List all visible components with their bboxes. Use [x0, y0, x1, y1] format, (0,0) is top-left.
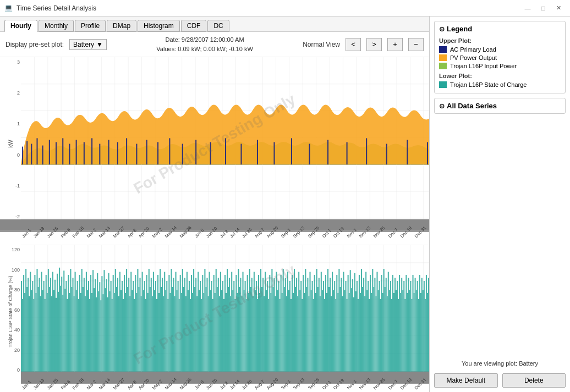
svg-rect-339	[275, 296, 276, 372]
svg-rect-137	[49, 287, 50, 372]
svg-rect-265	[192, 293, 193, 372]
upper-chart: kW 3 2 1 0 -1 -2	[0, 57, 429, 232]
svg-rect-51	[117, 142, 118, 164]
lower-x-axis: Jan 1 Jan 13 Jan 25 Feb 6 Feb 18 Mar 2 M…	[0, 384, 429, 392]
svg-rect-64	[291, 138, 292, 164]
svg-rect-119	[29, 296, 30, 372]
trojan-input-label: Trojan L16P Input Power	[450, 63, 517, 69]
svg-rect-328	[262, 278, 264, 372]
svg-rect-353	[291, 299, 292, 372]
close-button[interactable]: ✕	[551, 2, 566, 14]
svg-rect-194	[113, 275, 114, 372]
tab-histogram[interactable]: Histogram	[138, 20, 180, 32]
svg-rect-357	[295, 287, 296, 372]
svg-rect-373	[313, 299, 314, 372]
zoom-in-button[interactable]: +	[387, 38, 403, 51]
prev-button[interactable]: <	[346, 38, 361, 51]
svg-rect-428	[374, 278, 375, 372]
svg-rect-149	[62, 295, 63, 372]
svg-rect-429	[375, 296, 376, 372]
svg-rect-257	[183, 287, 184, 372]
svg-rect-444	[392, 275, 393, 372]
svg-rect-336	[271, 269, 272, 372]
delete-button[interactable]: Delete	[502, 373, 566, 388]
svg-rect-402	[346, 281, 347, 372]
svg-rect-332	[267, 281, 268, 372]
all-data-header: ⊙ All Data Series	[439, 102, 561, 110]
all-data-section: ⊙ All Data Series	[434, 98, 566, 114]
svg-rect-343	[279, 299, 281, 372]
svg-rect-197	[116, 287, 117, 372]
plot-name-label: Battery	[519, 360, 538, 367]
svg-rect-405	[349, 293, 350, 372]
svg-rect-47	[84, 142, 85, 164]
minimize-button[interactable]: —	[520, 2, 535, 14]
svg-rect-147	[60, 286, 61, 372]
svg-rect-37	[22, 147, 23, 165]
svg-rect-67	[347, 142, 348, 164]
svg-rect-386	[327, 269, 328, 372]
app-icon: 💻	[4, 4, 13, 13]
svg-rect-277	[205, 287, 206, 372]
svg-rect-388	[330, 278, 331, 372]
svg-rect-342	[278, 281, 279, 372]
svg-rect-311	[244, 290, 245, 372]
svg-rect-465	[416, 290, 417, 372]
svg-rect-395	[337, 293, 338, 372]
svg-rect-435	[382, 293, 383, 372]
svg-rect-112	[21, 281, 22, 372]
lower-plot-label: Lower Plot:	[439, 73, 561, 79]
ac-primary-color-swatch	[439, 46, 447, 53]
tab-profile[interactable]: Profile	[75, 20, 106, 32]
svg-rect-202	[122, 281, 123, 372]
svg-rect-274	[202, 275, 203, 372]
svg-rect-70	[407, 140, 408, 164]
svg-rect-148	[61, 277, 62, 372]
svg-rect-292	[222, 281, 223, 372]
tab-hourly[interactable]: Hourly	[4, 20, 37, 32]
svg-rect-454	[403, 281, 404, 372]
svg-rect-323	[257, 299, 258, 372]
svg-rect-471	[423, 290, 424, 372]
svg-rect-237	[161, 287, 162, 372]
svg-rect-272	[200, 281, 201, 372]
tab-monthly[interactable]: Monthly	[39, 20, 74, 32]
next-button[interactable]: >	[366, 38, 382, 51]
tab-cdf[interactable]: CDF	[181, 20, 207, 32]
zoom-out-button[interactable]: −	[408, 38, 424, 51]
svg-rect-58	[195, 140, 196, 164]
svg-rect-40	[36, 138, 37, 164]
svg-rect-370	[309, 272, 310, 372]
svg-rect-467	[418, 299, 419, 372]
svg-rect-455	[404, 299, 405, 372]
preset-dropdown[interactable]: Battery ▼	[69, 39, 107, 50]
make-default-button[interactable]: Make Default	[434, 373, 498, 388]
svg-rect-123	[33, 299, 34, 372]
svg-rect-293	[223, 299, 224, 372]
svg-rect-131	[42, 290, 43, 372]
svg-rect-262	[189, 281, 190, 372]
svg-rect-289	[219, 296, 220, 372]
svg-rect-304	[235, 275, 237, 372]
tab-dmap[interactable]: DMap	[107, 20, 136, 32]
svg-rect-449	[398, 299, 399, 372]
svg-rect-227	[150, 287, 151, 372]
svg-rect-366	[305, 269, 306, 372]
svg-rect-397	[339, 287, 341, 372]
svg-rect-219	[141, 296, 142, 372]
svg-rect-294	[224, 275, 226, 372]
svg-rect-414	[359, 275, 360, 372]
svg-rect-41	[42, 146, 43, 165]
svg-rect-396	[338, 269, 339, 372]
date-values-display: Date: 9/28/2007 12:00:00 AM Values: 0.09…	[112, 35, 297, 53]
tab-dc[interactable]: DC	[207, 20, 229, 32]
svg-rect-172	[88, 281, 89, 372]
svg-rect-146	[59, 268, 60, 372]
maximize-button[interactable]: □	[536, 2, 550, 14]
svg-rect-427	[373, 287, 374, 372]
svg-rect-114	[23, 275, 24, 372]
svg-rect-275	[203, 293, 204, 372]
svg-rect-352	[289, 281, 291, 372]
svg-rect-286	[216, 269, 217, 372]
svg-rect-125	[35, 293, 36, 372]
